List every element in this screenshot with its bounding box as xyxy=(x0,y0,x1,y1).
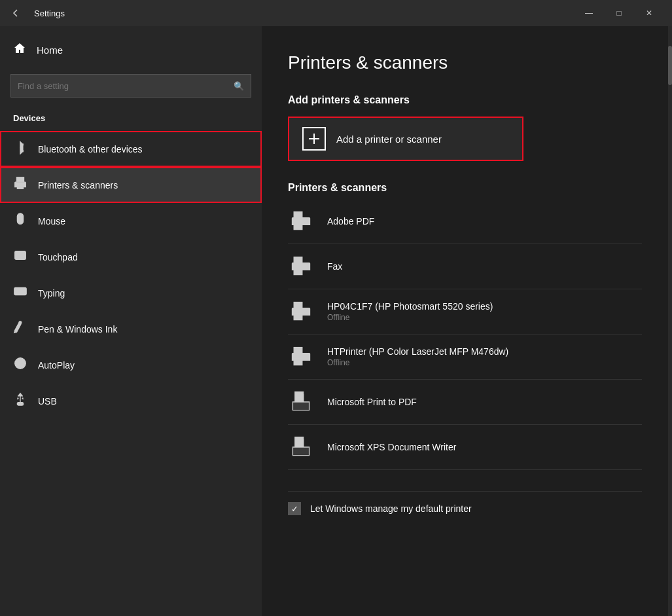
app-body: Home 🔍 Devices Bluetooth & other devices xyxy=(0,26,672,616)
sidebar-home-label: Home xyxy=(37,45,63,56)
scrollbar-thumb[interactable] xyxy=(668,46,672,85)
printer-nav-icon xyxy=(13,176,27,194)
svg-rect-20 xyxy=(17,403,23,406)
printer-info-htp-laser: HTPrinter (HP Color LaserJet MFP M476dw)… xyxy=(327,346,508,367)
sidebar-item-usb[interactable]: USB xyxy=(0,383,262,419)
printer-item-htp-laser[interactable]: HTPrinter (HP Color LaserJet MFP M476dw)… xyxy=(288,335,642,380)
window-controls: — □ ✕ xyxy=(574,0,664,26)
printer-icon-hp-photosmart xyxy=(288,299,314,325)
scrollbar-track[interactable] xyxy=(668,26,672,616)
printer-item-hp-photosmart[interactable]: HP04C1F7 (HP Photosmart 5520 series) Off… xyxy=(288,289,642,335)
printer-icon-fax xyxy=(288,253,314,280)
page-title: Printers & scanners xyxy=(288,52,642,73)
search-box[interactable]: 🔍 xyxy=(10,74,251,98)
svg-rect-1 xyxy=(17,185,23,189)
sidebar-item-mouse[interactable]: Mouse xyxy=(0,203,262,239)
usb-icon xyxy=(13,392,27,410)
sidebar-item-home[interactable]: Home xyxy=(0,26,262,71)
printer-name-adobe-pdf: Adobe PDF xyxy=(327,216,374,226)
printer-icon-adobe-pdf xyxy=(288,208,314,234)
minimize-button[interactable]: — xyxy=(574,0,604,26)
sidebar-typing-label: Typing xyxy=(38,288,65,299)
printer-icon-ms-pdf xyxy=(288,389,314,415)
svg-point-38 xyxy=(306,355,308,357)
sidebar-usb-label: USB xyxy=(38,396,57,407)
printer-item-ms-xps[interactable]: Microsoft XPS Document Writer xyxy=(288,425,642,470)
svg-rect-0 xyxy=(17,177,24,181)
sidebar: Home 🔍 Devices Bluetooth & other devices xyxy=(0,26,262,616)
svg-rect-34 xyxy=(294,313,302,320)
svg-point-35 xyxy=(306,310,308,312)
sidebar-item-printers[interactable]: Printers & scanners xyxy=(0,167,262,203)
sidebar-item-bluetooth[interactable]: Bluetooth & other devices xyxy=(0,131,262,167)
sidebar-item-touchpad[interactable]: Touchpad xyxy=(0,239,262,275)
autoplay-icon xyxy=(13,356,27,374)
back-button[interactable] xyxy=(5,0,26,26)
sidebar-touchpad-label: Touchpad xyxy=(38,252,78,263)
sidebar-mouse-label: Mouse xyxy=(38,216,65,226)
svg-rect-28 xyxy=(294,223,302,230)
printer-info-fax: Fax xyxy=(327,261,342,272)
svg-point-17 xyxy=(19,321,22,324)
svg-rect-37 xyxy=(294,358,302,365)
search-input[interactable] xyxy=(18,81,228,91)
sidebar-printers-label: Printers & scanners xyxy=(38,180,118,190)
svg-rect-9 xyxy=(14,288,26,295)
svg-point-2 xyxy=(23,183,24,185)
printer-info-adobe-pdf: Adobe PDF xyxy=(327,216,374,226)
sidebar-pen-label: Pen & Windows Ink xyxy=(38,324,117,335)
maximize-button[interactable]: □ xyxy=(604,0,634,26)
sidebar-item-autoplay[interactable]: AutoPlay xyxy=(0,347,262,383)
keyboard-icon xyxy=(13,284,27,302)
printer-item-adobe-pdf[interactable]: Adobe PDF xyxy=(288,199,642,244)
svg-point-5 xyxy=(20,219,22,221)
sidebar-bluetooth-label: Bluetooth & other devices xyxy=(38,144,143,154)
sidebar-autoplay-label: AutoPlay xyxy=(38,360,75,371)
printers-section-heading: Printers & scanners xyxy=(288,182,642,194)
check-icon: ✓ xyxy=(291,504,298,514)
title-bar-left: Settings xyxy=(5,0,65,26)
printer-name-fax: Fax xyxy=(327,261,342,272)
printer-status-htp-laser: Offline xyxy=(327,358,508,367)
printer-name-hp-photosmart: HP04C1F7 (HP Photosmart 5520 series) xyxy=(327,301,493,312)
add-section-heading: Add printers & scanners xyxy=(288,94,642,106)
printer-info-ms-pdf: Microsoft Print to PDF xyxy=(327,397,417,407)
add-printer-button[interactable]: Add a printer or scanner xyxy=(288,117,523,161)
printer-status-hp-photosmart: Offline xyxy=(327,313,493,322)
printer-info-hp-photosmart: HP04C1F7 (HP Photosmart 5520 series) Off… xyxy=(327,301,493,322)
content-area: Printers & scanners Add printers & scann… xyxy=(262,26,668,616)
printer-name-ms-xps: Microsoft XPS Document Writer xyxy=(327,442,456,452)
sidebar-item-pen[interactable]: Pen & Windows Ink xyxy=(0,311,262,347)
svg-rect-30 xyxy=(294,257,302,263)
footer-section: ✓ Let Windows manage my default printer xyxy=(288,491,642,526)
svg-point-32 xyxy=(306,265,308,267)
touchpad-icon xyxy=(13,248,27,266)
sidebar-section-title: Devices xyxy=(0,108,262,131)
printer-name-ms-pdf: Microsoft Print to PDF xyxy=(327,397,417,407)
plus-icon xyxy=(302,127,326,151)
svg-rect-33 xyxy=(294,302,302,308)
mouse-icon xyxy=(13,212,27,230)
pen-icon xyxy=(13,320,27,338)
title-bar: Settings — □ ✕ xyxy=(0,0,672,26)
printer-item-fax[interactable]: Fax xyxy=(288,244,642,289)
svg-rect-36 xyxy=(294,348,302,353)
search-icon: 🔍 xyxy=(234,81,244,91)
footer-label: Let Windows manage my default printer xyxy=(310,503,472,514)
home-icon xyxy=(13,42,26,58)
bluetooth-icon xyxy=(13,140,27,158)
svg-rect-27 xyxy=(294,212,302,218)
printer-item-ms-pdf[interactable]: Microsoft Print to PDF xyxy=(288,380,642,425)
printer-name-htp-laser: HTPrinter (HP Color LaserJet MFP M476dw) xyxy=(327,346,508,357)
add-printer-label: Add a printer or scanner xyxy=(336,134,442,145)
svg-rect-31 xyxy=(294,268,302,275)
close-button[interactable]: ✕ xyxy=(634,0,664,26)
printer-icon-htp-laser xyxy=(288,344,314,370)
sidebar-item-typing[interactable]: Typing xyxy=(0,275,262,311)
svg-point-19 xyxy=(18,361,22,365)
default-printer-checkbox[interactable]: ✓ xyxy=(288,502,301,515)
printer-icon-ms-xps xyxy=(288,434,314,460)
printer-info-ms-xps: Microsoft XPS Document Writer xyxy=(327,442,456,452)
svg-point-29 xyxy=(306,220,308,222)
app-title: Settings xyxy=(34,9,65,18)
